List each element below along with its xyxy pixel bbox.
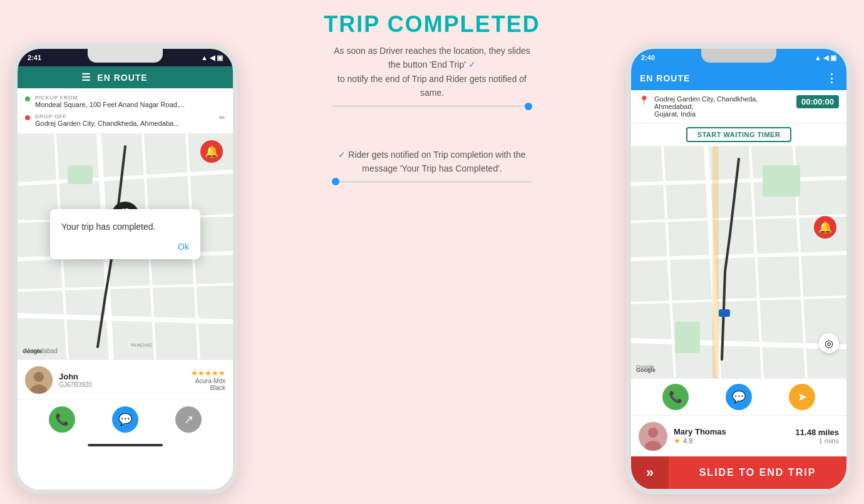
header-right: EN ROUTE ⋮ [631, 66, 846, 90]
driver-car-left: Acura-MdxBlack [191, 378, 225, 391]
dropoff-address: Godrej Garden City, Chandkheda, Ahmedaba… [35, 120, 179, 127]
rider-info-right: Mary Thomas ★ 4.8 11.48 miles 1 mins [631, 415, 846, 456]
annotation-2-text: ✓ Rider gets notified on Trip completion… [332, 148, 532, 176]
header-label-left: EN ROUTE [97, 73, 147, 83]
alert-bell-icon-left[interactable]: 🔔 [200, 140, 223, 163]
svg-rect-30 [712, 147, 719, 378]
google-badge-left: Google [23, 348, 42, 354]
google-badge-right: Google [636, 367, 656, 373]
driver-id-left: GJ67B3920 [59, 381, 92, 388]
nav-button-right[interactable]: ➤ [789, 384, 815, 410]
bottom-actions-right: 📞 💬 ➤ [631, 378, 846, 415]
annotations-section: As soon as Driver reaches the location, … [238, 44, 626, 185]
connector-dot-1-right [525, 103, 532, 110]
rider-rating: 4.8 [683, 437, 692, 445]
more-options-icon[interactable]: ⋮ [826, 71, 838, 85]
annotation-1-text: As soon as Driver reaches the location, … [332, 44, 532, 100]
map-left: Ahmedabad અમદાવાદ 17mins 🔔 Google Your t… [18, 134, 233, 359]
mins-value: 1 mins [733, 437, 839, 445]
status-icons-left: ▲ ◀ ▣ [201, 54, 223, 62]
phone-notch-right [701, 49, 776, 63]
connector-dot-2-left [332, 178, 339, 185]
annotation-2: ✓ Rider gets notified on Trip completion… [332, 148, 532, 186]
svg-rect-10 [68, 165, 93, 184]
slide-end-trip-button[interactable]: » SLIDE TO END TRIP [631, 456, 846, 489]
svg-rect-29 [675, 322, 700, 353]
svg-point-16 [34, 372, 44, 382]
home-indicator-right [631, 489, 846, 495]
driver-info-left: John GJ67B3920 ★★★★★ Acura-MdxBlack [18, 359, 233, 399]
waiting-timer-row: START WAITING TIMER [631, 123, 846, 147]
home-bar-right [701, 494, 776, 495]
pickup-dot [25, 96, 30, 101]
location-icon-right: 📍 [639, 95, 649, 105]
driver-phone: 2:40 ▲ ◀ ▣ EN ROUTE ⋮ 📍 Godrej Garden Ci… [626, 44, 851, 495]
annotation-1: As soon as Driver reaches the location, … [332, 44, 532, 110]
driver-avatar-left [25, 366, 53, 394]
home-indicator-left [18, 439, 233, 449]
map-svg-right: Google [631, 147, 846, 378]
address-box-left: PICKUP FROM Mondeal Square, 100 Feet Ana… [18, 88, 233, 134]
page-title: TRIP COMPLETED [0, 0, 864, 38]
dropoff-label: DROP OFF [35, 113, 179, 120]
miles-value: 11.48 miles [733, 428, 839, 437]
svg-rect-31 [719, 309, 730, 317]
rider-avatar [639, 422, 667, 451]
slide-arrows-icon: » [631, 456, 669, 489]
address-box-right: 📍 Godrej Garden City, Chandkheda, Ahmeda… [631, 90, 846, 123]
time-left: 2:41 [28, 54, 41, 61]
chat-button-left[interactable]: 💬 [112, 406, 138, 433]
destination-address-right: Godrej Garden City, Chandkheda, Ahmedaba… [654, 95, 791, 118]
timer-badge: 00:00:00 [796, 95, 839, 108]
svg-text:અમદાવાદ: અમદાવાદ [130, 342, 153, 348]
bottom-actions-left: 📞 💬 ↗ [18, 399, 233, 439]
time-right: 2:40 [641, 54, 655, 61]
hamburger-icon[interactable]: ☰ [81, 71, 91, 83]
slide-end-trip-label: SLIDE TO END TRIP [669, 467, 846, 478]
edit-icon[interactable]: ✏ [219, 113, 225, 122]
rider-phone: 2:41 ▲ ◀ ▣ ☰ EN ROUTE PICKUP FROM Mondea… [13, 44, 238, 495]
location-target-icon[interactable]: ◎ [819, 333, 839, 353]
header-left: ☰ EN ROUTE [18, 66, 233, 88]
share-button-left[interactable]: ↗ [175, 406, 202, 433]
phone-notch-left [88, 49, 163, 63]
header-label-right: EN ROUTE [640, 73, 690, 83]
dropoff-dot [25, 115, 30, 120]
status-icons-right: ▲ ◀ ▣ [815, 54, 836, 62]
driver-stars-left: ★★★★★ [191, 369, 225, 378]
trip-completed-dialog: Your trip has completed. Ok [50, 209, 200, 259]
svg-rect-28 [763, 165, 800, 197]
rider-name: Mary Thomas [674, 427, 726, 436]
miles-info: 11.48 miles 1 mins [733, 428, 839, 445]
map-right: Google 🔔 ◎ Google [631, 147, 846, 378]
call-button-right[interactable]: 📞 [662, 384, 689, 410]
svg-point-34 [648, 428, 658, 438]
alert-bell-icon-right[interactable]: 🔔 [814, 216, 836, 239]
call-button-left[interactable]: 📞 [49, 406, 75, 433]
pickup-address: Mondeal Square, 100 Feet Anand Nagar Roa… [35, 101, 185, 108]
dialog-ok-button[interactable]: Ok [61, 242, 189, 252]
waiting-timer-button[interactable]: START WAITING TIMER [686, 127, 792, 142]
driver-name-left: John [59, 372, 92, 381]
chat-button-right[interactable]: 💬 [726, 384, 752, 410]
dialog-message: Your trip has completed. [61, 222, 189, 232]
home-bar-left [88, 444, 163, 446]
pickup-label: PICKUP FROM [35, 95, 185, 101]
